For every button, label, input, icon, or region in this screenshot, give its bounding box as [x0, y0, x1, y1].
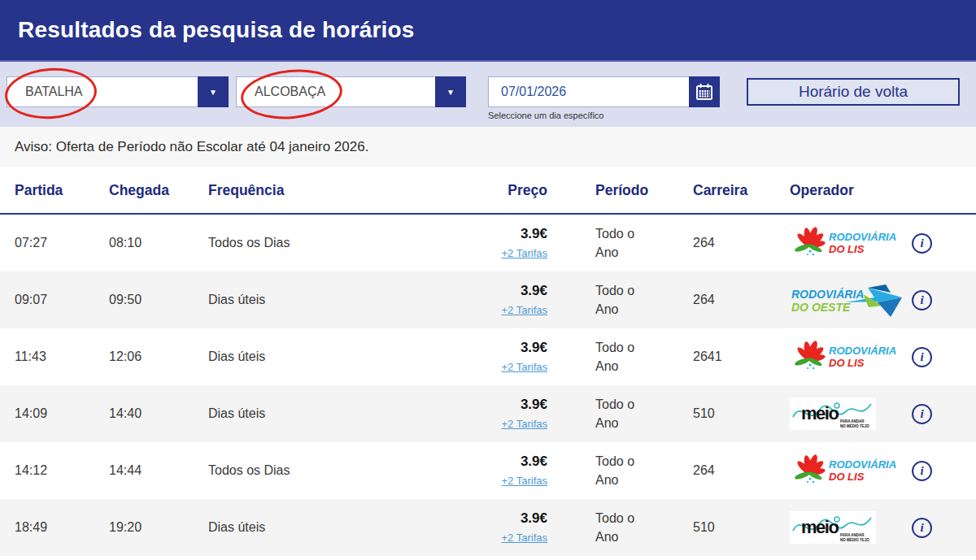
rodoviaria-do-lis-logo: RODOVIÁRIA DO LIS: [790, 453, 902, 488]
cell-operador: RODOVIÁRIA DO LIS: [790, 452, 908, 489]
cell-carreira: 510: [693, 406, 790, 421]
cell-periodo: Todo o Ano: [595, 452, 693, 489]
search-toolbar: BATALHA ▼ ALCOBAÇA ▼ 07/01/2026: [0, 62, 976, 127]
cell-partida: 09:07: [15, 293, 109, 307]
price-value: 3.9€: [450, 397, 547, 413]
svg-text:RODOVIÁRIA: RODOVIÁRIA: [829, 345, 896, 357]
cell-frequencia: Todos os Dias: [208, 463, 450, 478]
tarifas-link[interactable]: +2 Tarifas: [502, 247, 548, 259]
page-header: Resultados da pesquisa de horários: [0, 0, 976, 62]
info-icon[interactable]: i: [912, 404, 932, 424]
cell-operador: meio PARA ANDAR NO MÉDIO TEJO: [790, 509, 908, 546]
meio-logo: meio PARA ANDAR NO MÉDIO TEJO: [790, 397, 876, 430]
cell-partida: 11:43: [15, 349, 109, 364]
destination-dropdown-button[interactable]: ▼: [435, 76, 466, 107]
origin-select[interactable]: BATALHA ▼: [7, 76, 229, 107]
notice-text: Aviso: Oferta de Período não Escolar até…: [15, 139, 368, 155]
info-icon[interactable]: i: [912, 518, 932, 538]
cell-operador: meio PARA ANDAR NO MÉDIO TEJO: [790, 395, 908, 432]
cell-operador: RODOVIÁRIA DO LIS: [790, 224, 908, 262]
cell-carreira: 264: [693, 236, 790, 250]
cell-carreira: 264: [693, 293, 790, 307]
origin-dropdown-button[interactable]: ▼: [198, 76, 229, 107]
meio-logo: meio PARA ANDAR NO MÉDIO TEJO: [790, 511, 876, 544]
svg-text:NO MÉDIO TEJO: NO MÉDIO TEJO: [840, 423, 869, 428]
cell-chegada: 14:40: [109, 406, 208, 421]
price-value: 3.9€: [450, 226, 547, 242]
price-value: 3.9€: [450, 510, 547, 527]
cell-frequencia: Dias úteis: [208, 520, 450, 535]
cell-periodo: Todo o Ano: [595, 338, 693, 376]
price-value: 3.9€: [450, 283, 547, 299]
chevron-down-icon: ▼: [447, 88, 455, 97]
svg-text:DO LIS: DO LIS: [829, 243, 865, 255]
cell-preco: 3.9€ +2 Tarifas: [450, 510, 547, 545]
cell-chegada: 12:06: [109, 349, 208, 364]
svg-text:RODOVIÁRIA: RODOVIÁRIA: [829, 231, 896, 243]
date-picker[interactable]: 07/01/2026: [488, 76, 720, 107]
cell-partida: 14:12: [15, 463, 109, 478]
page-title: Resultados da pesquisa de horários: [18, 17, 415, 43]
col-header-frequencia: Frequência: [208, 182, 450, 199]
cell-partida: 07:27: [15, 236, 109, 250]
table-row: 14:12 14:44 Todos os Dias 3.9€ +2 Tarifa…: [0, 442, 976, 499]
cell-preco: 3.9€ +2 Tarifas: [450, 283, 547, 317]
cell-periodo: Todo o Ano: [595, 281, 693, 319]
chevron-down-icon: ▼: [209, 88, 217, 97]
info-icon[interactable]: i: [912, 290, 932, 310]
tarifas-link[interactable]: +2 Tarifas: [502, 361, 548, 373]
destination-select[interactable]: ALCOBAÇA ▼: [236, 76, 466, 107]
cell-carreira: 510: [693, 520, 790, 535]
cell-operador: RODOVIÁRIA DO LIS: [790, 338, 908, 376]
calendar-button[interactable]: [689, 76, 720, 107]
info-icon[interactable]: i: [912, 461, 932, 481]
tarifas-link[interactable]: +2 Tarifas: [502, 532, 548, 544]
tarifas-link[interactable]: +2 Tarifas: [502, 304, 548, 316]
cell-preco: 3.9€ +2 Tarifas: [450, 340, 547, 374]
return-schedule-button[interactable]: Horário de volta: [747, 78, 960, 106]
svg-text:DO OESTE: DO OESTE: [791, 301, 851, 314]
col-header-carreira: Carreira: [693, 182, 790, 199]
cell-partida: 18:49: [15, 520, 109, 535]
svg-text:meio: meio: [801, 517, 839, 537]
cell-periodo: Todo o Ano: [595, 224, 693, 262]
date-hint: Seleccione um dia específico: [488, 111, 603, 120]
cell-preco: 3.9€ +2 Tarifas: [450, 397, 547, 431]
svg-text:PARA ANDAR: PARA ANDAR: [840, 533, 865, 537]
rodoviaria-do-lis-logo: RODOVIÁRIA DO LIS: [790, 225, 902, 261]
svg-text:DO LIS: DO LIS: [829, 357, 865, 369]
info-icon[interactable]: i: [912, 233, 932, 254]
price-value: 3.9€: [450, 340, 547, 356]
tarifas-link[interactable]: +2 Tarifas: [502, 475, 548, 487]
rodoviaria-do-lis-logo: RODOVIÁRIA DO LIS: [790, 339, 902, 375]
table-row: 18:49 19:20 Dias úteis 3.9€ +2 Tarifas T…: [0, 499, 976, 556]
cell-partida: 14:09: [15, 406, 109, 421]
price-value: 3.9€: [450, 454, 547, 470]
table-row: 07:27 08:10 Todos os Dias 3.9€ +2 Tarifa…: [0, 215, 976, 271]
table-row: 09:07 09:50 Dias úteis 3.9€ +2 Tarifas T…: [0, 271, 976, 328]
rodoviaria-do-oeste-logo: RODOVIÁRIA DO OESTE: [790, 281, 905, 319]
cell-frequencia: Dias úteis: [208, 293, 450, 307]
notice-bar: Aviso: Oferta de Período não Escolar até…: [0, 127, 976, 167]
cell-frequencia: Dias úteis: [208, 349, 450, 364]
cell-frequencia: Todos os Dias: [208, 236, 450, 250]
cell-operador: RODOVIÁRIA DO OESTE: [790, 281, 908, 319]
cell-preco: 3.9€ +2 Tarifas: [450, 226, 547, 260]
date-input[interactable]: 07/01/2026: [488, 76, 689, 107]
svg-text:PARA ANDAR: PARA ANDAR: [840, 419, 865, 423]
destination-select-value[interactable]: ALCOBAÇA: [236, 76, 435, 107]
calendar-icon: [695, 83, 713, 101]
col-header-operador: Operador: [790, 182, 908, 199]
svg-text:RODOVIÁRIA: RODOVIÁRIA: [829, 458, 896, 471]
origin-select-value[interactable]: BATALHA: [7, 76, 198, 107]
col-header-preco: Preço: [450, 182, 547, 199]
info-icon[interactable]: i: [912, 347, 932, 367]
cell-frequencia: Dias úteis: [208, 406, 450, 421]
tarifas-link[interactable]: +2 Tarifas: [502, 418, 548, 430]
svg-text:NO MÉDIO TEJO: NO MÉDIO TEJO: [840, 536, 869, 542]
table-row: 14:09 14:40 Dias úteis 3.9€ +2 Tarifas T…: [0, 385, 976, 442]
table-row: 11:43 12:06 Dias úteis 3.9€ +2 Tarifas T…: [0, 328, 976, 385]
col-header-periodo: Período: [595, 182, 693, 199]
svg-text:meio: meio: [801, 403, 839, 423]
cell-carreira: 2641: [693, 349, 790, 364]
